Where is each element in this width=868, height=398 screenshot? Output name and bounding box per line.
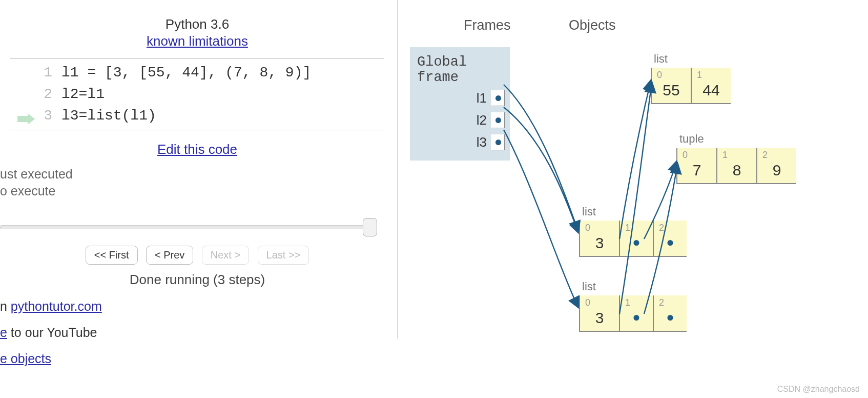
cell: 03 [579,295,619,332]
known-limitations-link[interactable]: known limitations [147,33,248,49]
cell: 07 [676,148,716,184]
first-button[interactable]: << First [86,246,138,265]
object-tuple: tuple 07 18 29 [676,132,796,184]
current-line-arrow-icon [17,110,35,132]
pointer-dot-icon [495,95,501,101]
to-execute-label: o execute [0,184,395,198]
var-pointer-box [491,112,505,128]
just-executed-label: ust executed [0,167,395,182]
step-slider[interactable] [0,217,379,236]
done-label: Done running (3 steps) [0,272,395,288]
step-buttons: << First < Prev Next > Last >> [0,246,395,265]
prev-button[interactable]: < Prev [146,246,193,265]
var-name: l3 [477,134,487,150]
line-number: 1 [10,62,61,84]
edit-code-link[interactable]: Edit this code [157,142,237,157]
footer-links: n pythontutor.com e to our YouTube e obj… [0,299,395,366]
pythontutor-link[interactable]: pythontutor.com [11,299,102,313]
object-type-label: tuple [679,132,796,146]
cell-pointer: 2 [653,221,687,257]
object-type-label: list [582,280,687,293]
code-line: 1 l1 = [3, [55, 44], (7, 8, 9)] [10,62,384,84]
var-name: l1 [477,90,487,106]
python-version: Python 3.6 [0,16,395,32]
code-listing: 1 l1 = [3, [55, 44], (7, 8, 9)] 2 l2=l1 … [10,58,384,130]
next-button: Next > [202,246,249,265]
code-line: 3 l3=list(l1) [10,105,384,127]
frames-header: Frames [464,17,511,33]
code-text: l3=list(l1) [61,105,156,127]
code-text: l1 = [3, [55, 44], (7, 8, 9)] [61,62,311,84]
right-panel: Frames Objects Global frame l1 l2 l3 lis… [405,0,868,398]
svg-marker-0 [17,113,35,125]
var-row: l1 [410,87,510,109]
cell-pointer: 2 [653,295,687,332]
object-inner-list: list 055 144 [651,52,731,104]
cell: 29 [756,148,796,184]
slider-track [0,225,369,229]
var-pointer-box [491,90,505,106]
cell: 144 [691,68,731,104]
vertical-divider [397,0,398,339]
cell-pointer: 1 [619,295,653,332]
cell: 03 [579,221,619,257]
cell: 18 [716,148,756,184]
last-button: Last >> [258,246,309,265]
cell-pointer: 1 [619,221,653,257]
global-frame: Global frame l1 l2 l3 [410,47,510,161]
var-name: l2 [477,112,487,128]
pointer-dot-icon [634,315,639,321]
objects-link[interactable]: e objects [0,351,51,366]
code-line: 2 l2=l1 [10,84,384,105]
pointer-dot-icon [495,117,501,123]
object-list-a: list 03 1 2 [579,205,687,257]
line-number: 2 [10,84,61,105]
line-number: 3 [10,105,61,127]
objects-header: Objects [569,17,616,33]
pointer-dot-icon [668,240,673,246]
var-pointer-box [491,134,505,150]
object-type-label: list [582,205,687,218]
watermark: CSDN @zhangchaosd [777,385,860,394]
execution-status: ust executed o execute [0,167,395,198]
frame-title: Global frame [410,52,510,87]
left-panel: Python 3.6 known limitations 1 l1 = [3, … [0,0,395,398]
object-type-label: list [654,52,731,66]
cell: 055 [651,68,691,104]
var-row: l2 [410,109,510,131]
youtube-link[interactable]: e [0,325,7,340]
object-list-b: list 03 1 2 [579,280,687,332]
pointer-dot-icon [634,240,639,246]
var-row: l3 [410,131,510,153]
slider-thumb[interactable] [363,218,377,236]
pointer-dot-icon [495,140,501,145]
code-text: l2=l1 [61,84,105,105]
pointer-dot-icon [668,315,673,321]
